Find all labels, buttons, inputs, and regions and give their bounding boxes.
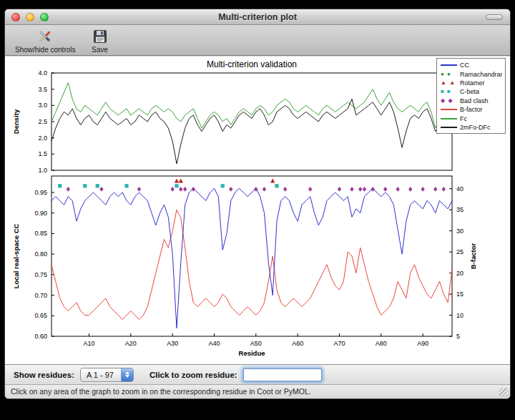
svg-text:10: 10 (456, 312, 464, 319)
multi-criterion-plot-window: Multi-criterion plot Show/hide controls (4, 9, 511, 399)
svg-text:0.65: 0.65 (34, 312, 47, 319)
svg-text:0.85: 0.85 (34, 230, 47, 237)
status-text: Click on any area of the graph to zoom i… (11, 387, 311, 396)
minimize-button[interactable] (26, 13, 34, 21)
svg-text:A40: A40 (208, 340, 220, 347)
popup-stepper-icon (121, 368, 133, 381)
toolbar-button-label: Show/hide controls (15, 46, 76, 54)
svg-text:5: 5 (456, 333, 460, 340)
svg-text:0.60: 0.60 (34, 333, 47, 340)
svg-text:2.5: 2.5 (38, 118, 47, 125)
svg-text:40: 40 (456, 185, 464, 192)
svg-text:A60: A60 (292, 340, 303, 347)
svg-text:B-factor: B-factor (469, 243, 477, 269)
toolbar-toggle-pill[interactable] (486, 14, 503, 20)
svg-text:20: 20 (456, 270, 464, 277)
svg-text:4.0: 4.0 (38, 69, 47, 77)
zoom-residue-input[interactable] (243, 368, 322, 381)
svg-text:0.80: 0.80 (34, 250, 47, 258)
svg-text:A90: A90 (417, 340, 428, 347)
toolbar: Show/hide controls Save (5, 25, 510, 56)
status-bar: Click on any area of the graph to zoom i… (5, 384, 510, 399)
svg-text:Local real-space CC: Local real-space CC (12, 223, 20, 288)
validation-plot-svg: Multi-criterion validation1.01.52.02.53.… (7, 57, 508, 366)
show-residues-value: A 1 - 97 (81, 368, 121, 381)
legend-entry: CC (441, 61, 502, 69)
show-hide-controls-button[interactable]: Show/hide controls (12, 27, 79, 54)
svg-text:0.70: 0.70 (34, 292, 47, 299)
multi-criterion-figure[interactable]: Multi-criterion validation1.01.52.02.53.… (7, 57, 508, 366)
svg-text:15: 15 (456, 290, 464, 298)
plot-canvas[interactable]: Multi-criterion validation1.01.52.02.53.… (7, 57, 508, 368)
svg-text:Density: Density (12, 109, 20, 134)
legend-entry: ■ ■C-beta (441, 87, 502, 96)
toolbar-button-label: Save (92, 46, 108, 54)
window-title: Multi-criterion plot (5, 12, 510, 22)
svg-text:A30: A30 (167, 340, 178, 347)
legend-entry: Fc (441, 114, 502, 122)
svg-text:35: 35 (456, 206, 464, 213)
svg-text:3.5: 3.5 (38, 86, 47, 93)
svg-text:0.95: 0.95 (34, 189, 47, 196)
title-bar[interactable]: Multi-criterion plot (5, 9, 510, 25)
svg-text:30: 30 (456, 228, 464, 235)
legend-entry: B-factor (441, 105, 502, 114)
svg-text:Residue: Residue (239, 349, 265, 357)
svg-text:1.0: 1.0 (38, 167, 47, 174)
save-button[interactable]: Save (89, 27, 112, 54)
tools-icon (36, 28, 54, 45)
bottom-controls-bar: Show residues: A 1 - 97 Click to zoom re… (5, 364, 510, 384)
svg-text:25: 25 (456, 248, 464, 255)
svg-text:A70: A70 (333, 340, 345, 347)
svg-text:0.90: 0.90 (34, 210, 47, 217)
svg-text:0.75: 0.75 (34, 271, 47, 278)
svg-text:2.0: 2.0 (38, 135, 47, 142)
save-icon (92, 28, 109, 45)
legend-entry: ▲ ▲Rotamer (441, 79, 502, 87)
legend-entry: ● ●Ramachandran (441, 69, 502, 78)
show-residues-label: Show residues: (14, 371, 74, 379)
svg-text:A10: A10 (83, 340, 94, 347)
svg-text:A20: A20 (125, 340, 137, 347)
legend: CC● ●Ramachandran▲ ▲Rotamer■ ■C-beta◆ ◆B… (436, 58, 506, 134)
window-controls (11, 13, 49, 21)
show-residues-select[interactable]: A 1 - 97 (80, 368, 134, 382)
svg-text:1.5: 1.5 (38, 150, 47, 157)
svg-text:Multi-criterion validation: Multi-criterion validation (207, 59, 297, 69)
svg-text:A50: A50 (250, 340, 262, 347)
close-button[interactable] (11, 13, 20, 21)
desktop: Multi-criterion plot Show/hide controls (0, 0, 515, 420)
zoom-residue-label: Click to zoom residue: (149, 371, 237, 379)
zoom-button[interactable] (40, 13, 49, 21)
legend-entry: ◆ ◆Bad clash (441, 97, 502, 105)
legend-entry: 2mFo-DFc (441, 123, 502, 132)
resize-grip-icon[interactable] (499, 388, 509, 397)
plot-content-area: Multi-criterion validation1.01.52.02.53.… (5, 57, 510, 364)
svg-text:A80: A80 (376, 340, 387, 347)
svg-text:3.0: 3.0 (38, 102, 47, 109)
